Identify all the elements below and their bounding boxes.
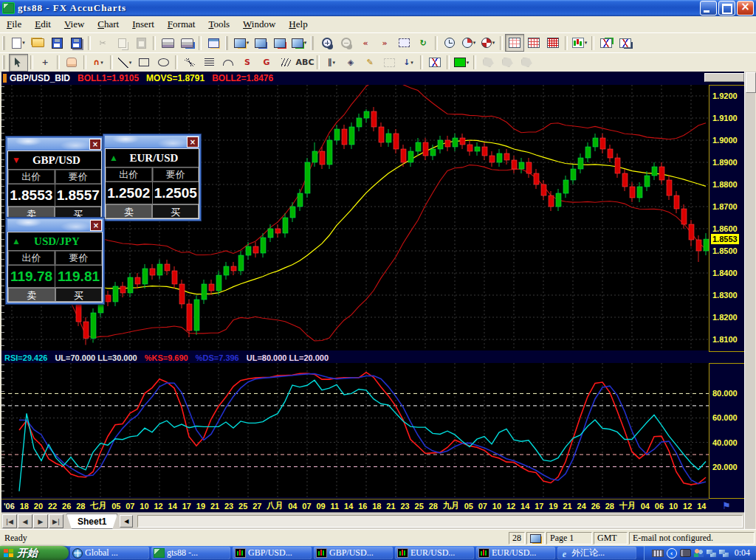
menu-window[interactable]: Window	[236, 17, 282, 32]
refresh-button[interactable]: ↻	[413, 34, 433, 52]
menu-edit[interactable]: Edit	[28, 17, 58, 32]
dropdown-arrow-icon[interactable]: ▾	[467, 60, 470, 66]
hand-tool[interactable]	[62, 54, 81, 72]
crosshair-tool[interactable]: +	[35, 54, 55, 72]
anchor-tool[interactable]: ✎	[360, 54, 379, 72]
new-button[interactable]: ▾	[9, 34, 28, 52]
save-button[interactable]	[47, 34, 66, 52]
menu-help[interactable]: Help	[282, 17, 314, 32]
restore-button[interactable]	[718, 1, 735, 15]
apply-study-button[interactable]	[425, 54, 444, 72]
trendline-tool[interactable]: ▾	[115, 54, 134, 72]
chart-frame-button[interactable]	[394, 34, 413, 52]
taskbar-task-gbpusd[interactable]: GBP/USD...	[314, 547, 393, 559]
horizontal-scrollbar-track[interactable]	[137, 515, 743, 528]
quote-titlebar[interactable]: ×	[7, 219, 103, 231]
keyboard-icon[interactable]	[652, 550, 664, 557]
pointer-tool[interactable]	[9, 54, 28, 72]
arc-tool[interactable]	[219, 54, 238, 72]
grid-style-1-button[interactable]	[505, 34, 524, 52]
export-chart-button[interactable]: ▾	[289, 34, 309, 52]
chart-scan-button[interactable]	[616, 34, 635, 52]
menu-file[interactable]: File	[0, 17, 28, 32]
vertical-scrollbar-thumb[interactable]	[746, 72, 756, 93]
ellipse-tool[interactable]	[154, 54, 173, 72]
sell-button[interactable]: 卖	[106, 204, 152, 218]
dropdown-arrow-icon[interactable]: ▾	[100, 60, 103, 66]
dropdown-arrow-icon[interactable]: ▾	[129, 60, 132, 66]
open-button[interactable]	[28, 34, 47, 52]
save-chart-button[interactable]	[251, 34, 270, 52]
grid-style-3-button[interactable]	[543, 34, 563, 52]
title-bar[interactable]: gts88 - FX AccuCharts	[0, 0, 756, 16]
speed-lines-tool[interactable]: S	[238, 54, 257, 72]
toolbar-grip[interactable]	[2, 36, 5, 50]
compress-button[interactable]: «	[356, 34, 375, 52]
fib-lines-tool[interactable]	[199, 54, 219, 72]
language-bar-icon[interactable]: ‹	[667, 548, 677, 559]
minimize-button[interactable]	[700, 1, 717, 15]
buy-button[interactable]: 买	[55, 288, 103, 302]
chart-type-button[interactable]: ▾	[570, 34, 589, 52]
tick-period-button[interactable]: ▾	[478, 34, 498, 52]
taskbar-task-[interactable]: e外汇论...	[557, 547, 636, 559]
toolbar-grip[interactable]	[225, 36, 228, 50]
network-icon[interactable]	[707, 550, 716, 557]
tab-scroll-button[interactable]: ◀	[120, 515, 133, 528]
toolbar-grip[interactable]	[2, 55, 5, 69]
quote-titlebar[interactable]: ×	[105, 136, 199, 148]
dropdown-arrow-icon[interactable]: ▾	[473, 40, 476, 46]
daily-period-button[interactable]	[440, 34, 459, 52]
fan-lines-tool[interactable]	[180, 54, 199, 72]
menu-tools[interactable]: Tools	[202, 17, 236, 32]
dropdown-arrow-icon[interactable]: ▾	[585, 40, 588, 46]
chart-settings-button[interactable]	[597, 34, 616, 52]
prev-sheet-button[interactable]: ◀	[18, 514, 32, 528]
taskbar-task-eurusd[interactable]: EUR/USD...	[476, 547, 555, 559]
quote-window-gbpusd[interactable]: × ▼GBP/USD 出价要价 1.85531.8557 卖买	[5, 136, 104, 224]
arrow-marker-tool[interactable]: ↓▾	[399, 54, 418, 72]
vertical-scrollbar[interactable]	[744, 72, 755, 529]
quote-titlebar[interactable]: ×	[7, 138, 102, 150]
first-sheet-button[interactable]: |◀	[2, 514, 17, 528]
cycle-lines-tool[interactable]: ∥▾	[322, 54, 341, 72]
grid-style-2-button[interactable]	[524, 34, 543, 52]
network-icon-2[interactable]	[719, 550, 729, 557]
color-picker-button[interactable]: ▾	[452, 54, 471, 72]
close-chart-button[interactable]	[270, 34, 289, 52]
expand-button[interactable]: »	[375, 34, 394, 52]
taskbar-task-gts88[interactable]: gts88 -...	[151, 547, 230, 559]
intraday-period-button[interactable]: ▾	[459, 34, 478, 52]
quote-window-eurusd[interactable]: × ▲EUR/USD 出价要价 1.25021.2505 卖买	[103, 134, 202, 221]
magnet-tool[interactable]: ∩▾	[89, 54, 108, 72]
close-icon[interactable]: ×	[187, 136, 199, 148]
dropdown-arrow-icon[interactable]: ▾	[304, 40, 307, 46]
chart-horizontal-scrollbar[interactable]	[704, 73, 744, 82]
save-all-button[interactable]	[66, 34, 86, 52]
menu-view[interactable]: View	[58, 17, 91, 32]
menu-chart[interactable]: Chart	[91, 17, 126, 32]
menu-format[interactable]: Format	[161, 17, 202, 32]
rectangle-tool[interactable]	[134, 54, 154, 72]
gann-lines-tool[interactable]: G	[257, 54, 276, 72]
dropdown-arrow-icon[interactable]: ▾	[247, 40, 250, 46]
tab-sheet1[interactable]: Sheet1	[66, 514, 117, 529]
text-tool[interactable]: ABC	[295, 54, 315, 72]
indicator-plot[interactable]	[1, 363, 709, 497]
move-tool[interactable]: ◈	[341, 54, 360, 72]
dropdown-arrow-icon[interactable]: ▾	[332, 60, 335, 66]
print-button[interactable]	[158, 34, 177, 52]
sell-button[interactable]: 卖	[8, 288, 55, 302]
new-window-button[interactable]	[204, 34, 223, 52]
close-button[interactable]	[737, 1, 754, 15]
quote-window-usdjpy[interactable]: × ▲USD/JPY 出价要价 119.78119.81 卖买	[5, 217, 105, 305]
start-button[interactable]: 开始	[0, 546, 69, 560]
users-icon[interactable]	[694, 549, 704, 557]
taskbar-task-gbpusd[interactable]: GBP/USD...	[233, 547, 312, 559]
open-chart-button[interactable]: ▾	[232, 34, 251, 52]
parallel-lines-tool[interactable]	[276, 54, 295, 72]
toolbar-grip[interactable]	[311, 36, 314, 50]
print-preview-button[interactable]	[177, 34, 196, 52]
dropdown-arrow-icon[interactable]: ▾	[22, 40, 25, 46]
next-sheet-button[interactable]: ▶	[33, 514, 48, 528]
